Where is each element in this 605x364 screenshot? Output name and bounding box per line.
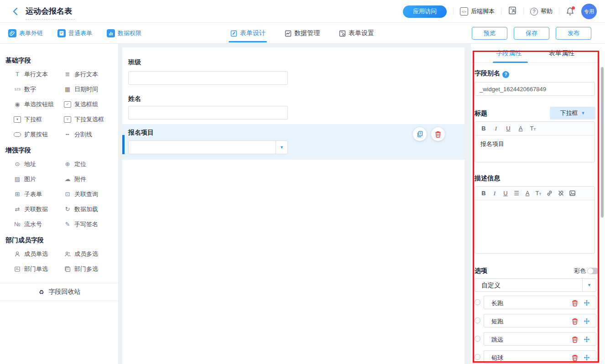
palette-item-single-line-text[interactable]: T单行文本 [14, 67, 64, 82]
form-external-link-button[interactable]: 表单外链 [8, 29, 43, 37]
avatar[interactable]: 专用 [581, 4, 597, 19]
document-icon [57, 29, 66, 37]
palette-item-radio-group[interactable]: ◉单选按钮组 [14, 97, 64, 112]
delete-option-icon[interactable] [571, 336, 579, 343]
selected-field-block[interactable]: 报名项目 ▼ [122, 124, 464, 160]
field-label-class: 班级 [128, 58, 141, 67]
app-access-button[interactable]: 应用访问 [403, 5, 447, 18]
alias-input[interactable] [475, 82, 595, 96]
palette-item-department-single[interactable]: 部门单选 [14, 261, 64, 276]
tab-form-design[interactable]: 表单设计 [230, 23, 266, 44]
move-option-icon[interactable] [583, 354, 590, 361]
option-input[interactable]: 短跑 [484, 314, 596, 328]
header-divider [559, 8, 559, 15]
title-editor-content[interactable]: 报名项目 [475, 135, 595, 162]
insert-image-icon[interactable] [569, 190, 576, 197]
font-size-icon[interactable]: TT [530, 125, 536, 132]
select-arrow-zone[interactable]: ▼ [582, 279, 596, 291]
palette-item-checkbox-group[interactable]: ✓复选框组 [64, 97, 114, 112]
top-header: 运动会报名表 应用访问 </> 后端脚本 ? 帮助 [0, 0, 605, 23]
panel-scrollbar[interactable] [601, 67, 604, 218]
move-option-icon[interactable] [583, 336, 590, 343]
bold-icon[interactable]: B [480, 190, 487, 197]
contacts-button[interactable] [508, 6, 517, 17]
palette-item-datetime[interactable]: ▦日期时间 [64, 82, 114, 97]
palette-item-number[interactable]: 123数字 [14, 82, 64, 97]
palette-item-serial-number[interactable]: №流水号 [14, 217, 64, 232]
palette-item-multi-select[interactable]: ▿下拉复选框 [64, 112, 114, 127]
option-radio[interactable] [475, 336, 480, 342]
unlink-icon[interactable] [558, 190, 564, 197]
font-size-icon[interactable]: TT [535, 190, 542, 197]
option-input[interactable]: 跳远 [484, 332, 596, 346]
option-row: 铅球 [475, 350, 600, 364]
option-input[interactable]: 长跑 [484, 296, 596, 309]
palette-item-extend-button[interactable]: 扩展按钮 [14, 127, 64, 142]
move-option-icon[interactable] [583, 317, 590, 325]
field-recycle-bin[interactable]: ♻ 字段回收站 [0, 283, 118, 301]
palette-item-divider[interactable]: ╍分割线 [64, 127, 114, 142]
palette-item-select[interactable]: ▾下拉框 [14, 112, 64, 127]
tab-data-manage[interactable]: 数据管理 [285, 23, 320, 44]
bold-icon[interactable]: B [480, 125, 487, 132]
preview-button[interactable]: 预览 [472, 27, 507, 40]
publish-button[interactable]: 发布 [556, 27, 591, 40]
palette-item-member-multi[interactable]: 成员多选 [64, 246, 114, 261]
option-input[interactable]: 铅球 [484, 350, 596, 364]
font-color-icon[interactable]: A [517, 125, 524, 132]
tab-field-properties[interactable]: 字段属性 [496, 49, 522, 57]
option-row: 跳远 [475, 332, 600, 346]
palette-item-signature[interactable]: ✎手写签名 [64, 217, 114, 232]
palette-item-member-single[interactable]: 成员单选 [14, 246, 64, 261]
normal-form-button[interactable]: 普通表单 [57, 29, 92, 37]
delete-option-icon[interactable] [571, 317, 579, 325]
field-type-dropdown[interactable]: 下拉框 ▼ [550, 107, 595, 120]
underline-icon[interactable]: U [505, 125, 511, 132]
move-option-icon[interactable] [583, 299, 590, 307]
delete-option-icon[interactable] [571, 354, 579, 361]
notifications-button[interactable] [566, 6, 575, 16]
description-editor-content[interactable] [475, 200, 595, 253]
option-value: 短跑 [491, 317, 503, 326]
form-canvas[interactable]: 班级 姓名 报名项目 ▼ [122, 47, 464, 364]
save-button[interactable]: 保存 [514, 27, 549, 40]
underline-icon[interactable]: U [502, 190, 509, 197]
palette-item-data-load[interactable]: ↻数据加载 [64, 202, 114, 217]
link-icon[interactable] [546, 190, 553, 197]
color-toggle[interactable] [587, 268, 599, 274]
tab-form-settings[interactable]: 表单设置 [339, 23, 374, 44]
palette-item-location[interactable]: ⊕定位 [64, 156, 114, 172]
data-permission-button[interactable]: 数据权限 [107, 29, 141, 37]
backend-script-button[interactable]: </> 后端脚本 [460, 7, 495, 16]
copy-field-button[interactable] [413, 127, 427, 141]
option-radio[interactable] [475, 299, 480, 305]
palette-item-attachment[interactable]: ☁附件 [64, 172, 114, 187]
palette-item-multi-line-text[interactable]: ≣多行文本 [64, 67, 114, 82]
option-source-select[interactable]: 自定义 ▼ [475, 278, 596, 292]
italic-icon[interactable]: I [491, 190, 498, 197]
palette-item-image[interactable]: ▨图片 [14, 172, 64, 187]
alias-help-icon[interactable]: ? [502, 71, 509, 78]
select-arrow-zone[interactable]: ▼ [276, 141, 287, 154]
option-radio[interactable] [475, 354, 480, 360]
palette-item-label: 数字 [24, 85, 36, 94]
option-radio[interactable] [475, 317, 480, 323]
palette-item-linked-data[interactable]: ⇄关联数据 [14, 202, 64, 217]
palette-item-linked-query[interactable]: ⊡关联查询 [64, 187, 114, 202]
help-button[interactable]: ? 帮助 [530, 7, 553, 16]
palette-item-address[interactable]: ⊙地址 [14, 156, 64, 172]
font-color-icon[interactable]: A [524, 190, 531, 197]
field-input-class[interactable] [128, 71, 288, 85]
delete-option-icon[interactable] [571, 299, 579, 307]
form-title[interactable]: 运动会报名表 [26, 6, 75, 20]
field-input-name[interactable] [128, 106, 288, 120]
tab-form-properties[interactable]: 表单属性 [549, 49, 574, 57]
back-button[interactable] [11, 7, 20, 16]
palette-item-department-multi[interactable]: 部门多选 [64, 261, 114, 276]
delete-field-button[interactable] [431, 127, 445, 141]
align-icon[interactable]: ☰ [513, 190, 520, 197]
properties-panel: 字段属性 表单属性 字段别名? 标题 下拉框 ▼ B I U A TT 报名项目… [471, 44, 605, 364]
field-select-event[interactable]: ▼ [128, 140, 288, 154]
palette-item-subform[interactable]: ⊞子表单 [14, 187, 64, 202]
italic-icon[interactable]: I [493, 125, 499, 132]
